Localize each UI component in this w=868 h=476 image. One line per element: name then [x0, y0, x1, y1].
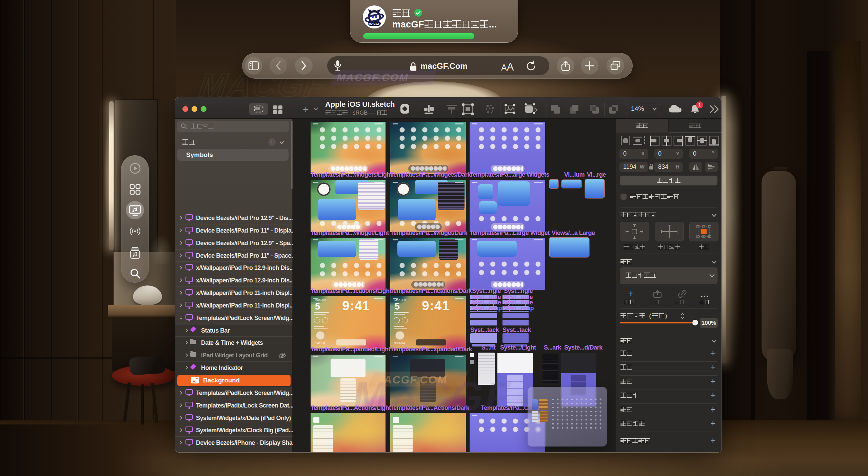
svg-text:MACGF: MACGF [369, 22, 380, 25]
